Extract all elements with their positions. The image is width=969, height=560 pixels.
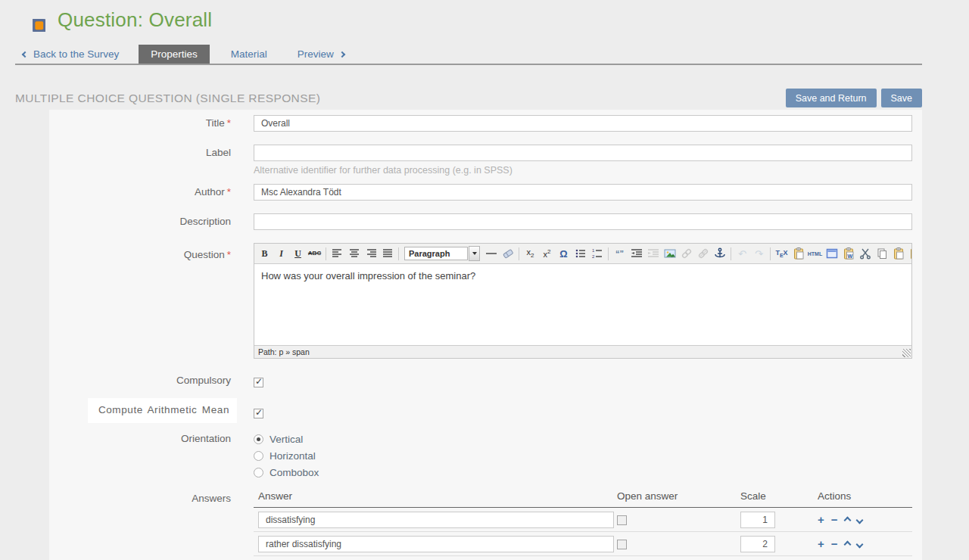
align-center-icon[interactable] [346, 247, 362, 261]
editor-resize-grip-icon[interactable] [902, 349, 911, 357]
description-label: Description [49, 213, 254, 230]
rich-text-editor: BIUABCParagraphx2x2Ω12“”↶↷TEXHTMLWT How … [254, 243, 912, 359]
unlink-icon[interactable] [695, 247, 711, 261]
align-justify-icon[interactable] [379, 247, 395, 261]
title-row: Title* [49, 115, 922, 132]
question-editor-content[interactable]: How was your overall impression of the s… [254, 264, 911, 345]
description-input[interactable] [254, 213, 912, 230]
italic-icon[interactable]: I [273, 247, 289, 261]
title-input[interactable] [254, 115, 912, 132]
description-row: Description [49, 213, 922, 230]
copy-icon[interactable] [874, 247, 890, 261]
bold-icon[interactable]: B [257, 247, 273, 261]
app-header: Question: Overall [21, 8, 212, 32]
code-clipboard-icon[interactable] [790, 247, 806, 261]
subscript-icon[interactable]: x2 [522, 247, 538, 261]
align-left-icon[interactable] [329, 247, 345, 261]
editor-path-bar: Path: p » span [254, 345, 911, 358]
column-header-scale: Scale [740, 490, 818, 502]
toolbar-separator [326, 247, 326, 260]
move-down-icon[interactable] [855, 516, 863, 524]
horizontal-radio[interactable] [254, 451, 263, 461]
tab-material[interactable]: Material [219, 45, 279, 64]
app-logo-pie-icon [21, 8, 45, 32]
scale-input[interactable] [740, 512, 775, 528]
paste-icon[interactable] [890, 247, 906, 261]
section-header: MULTIPLE CHOICE QUESTION (SINGLE RESPONS… [15, 89, 922, 107]
answer-text-input[interactable] [258, 512, 614, 528]
column-header-answer: Answer [254, 490, 617, 502]
vertical-radio-label: Vertical [270, 434, 303, 445]
remove-format-icon[interactable] [500, 247, 516, 261]
scale-input[interactable] [740, 536, 775, 552]
author-label: Author* [49, 184, 254, 201]
move-up-icon[interactable] [843, 540, 851, 548]
vertical-radio[interactable] [254, 434, 263, 444]
superscript-icon[interactable]: x2 [539, 247, 555, 261]
move-down-icon[interactable] [855, 540, 863, 548]
horizontal-radio-label: Horizontal [270, 450, 316, 462]
question-form-panel: Title* Label Alternative identifier for … [49, 110, 922, 560]
tex-icon[interactable]: TEX [774, 247, 790, 261]
compute-mean-row: Compute Arithmetic Mean [49, 398, 922, 423]
special-characters-icon[interactable]: Ω [556, 247, 572, 261]
section-heading: MULTIPLE CHOICE QUESTION (SINGLE RESPONS… [15, 89, 320, 105]
back-to-survey-link[interactable]: Back to the Survey [23, 45, 119, 64]
tab-bar: Back to the Survey Properties Material P… [15, 45, 922, 65]
indent-icon[interactable] [645, 247, 661, 261]
tab-properties[interactable]: Properties [139, 45, 210, 64]
insert-image-icon[interactable] [662, 247, 678, 261]
paste-as-text-icon[interactable]: T [907, 247, 911, 261]
move-up-icon[interactable] [843, 516, 851, 524]
orientation-option-horizontal: Horizontal [254, 447, 912, 464]
align-right-icon[interactable] [363, 247, 379, 261]
combobox-radio[interactable] [254, 468, 263, 478]
save-button[interactable]: Save [881, 89, 923, 107]
preview-link-label: Preview [298, 48, 334, 60]
toolbar-separator [398, 247, 399, 260]
title-label: Title* [49, 115, 254, 132]
html-source-icon[interactable]: HTML [807, 247, 823, 261]
redo-icon[interactable]: ↷ [751, 247, 767, 261]
save-and-return-button[interactable]: Save and Return [786, 89, 877, 107]
paragraph-format-select[interactable]: Paragraph [404, 246, 480, 261]
orientation-label: Orientation [49, 431, 254, 481]
numbered-list-icon[interactable]: 12 [589, 247, 605, 261]
fullscreen-icon[interactable] [824, 247, 840, 261]
compulsory-row: Compulsory [49, 372, 922, 389]
tab-preview[interactable]: Preview [298, 45, 344, 64]
toolbar-separator [608, 247, 609, 260]
remove-answer-icon[interactable]: − [831, 514, 838, 525]
strikethrough-icon[interactable]: ABC [307, 247, 322, 261]
hr-icon[interactable] [483, 247, 499, 261]
cut-icon[interactable] [857, 247, 873, 261]
paragraph-dropdown-caret-icon[interactable] [469, 246, 480, 261]
link-icon[interactable] [678, 247, 694, 261]
open-answer-checkbox[interactable] [617, 540, 627, 549]
toolbar-separator [770, 247, 771, 260]
required-asterisk: * [227, 117, 231, 129]
compute-mean-checkbox[interactable] [254, 409, 263, 418]
label-input[interactable] [254, 145, 912, 161]
required-asterisk: * [227, 249, 231, 260]
answer-text-input[interactable] [258, 536, 614, 552]
question-row: Question* BIUABCParagraphx2x2Ω12“”↶↷TEXH… [49, 243, 922, 359]
page: Question: Overall Back to the Survey Pro… [0, 0, 969, 560]
add-answer-icon[interactable]: + [818, 538, 824, 549]
undo-icon[interactable]: ↶ [734, 247, 750, 261]
combobox-radio-label: Combobox [270, 467, 319, 478]
add-answer-icon[interactable]: + [818, 514, 824, 525]
author-input[interactable] [254, 184, 912, 201]
compulsory-checkbox[interactable] [254, 378, 263, 387]
anchor-icon[interactable] [712, 247, 728, 261]
paste-from-word-icon[interactable]: W [840, 247, 856, 261]
answer-row: + − [254, 532, 912, 556]
page-title: Question: Overall [58, 8, 212, 32]
blockquote-icon[interactable]: “” [612, 247, 628, 261]
remove-answer-icon[interactable]: − [831, 538, 838, 549]
svg-text:W: W [847, 254, 852, 259]
underline-icon[interactable]: U [290, 247, 306, 261]
outdent-icon[interactable] [628, 247, 644, 261]
bullet-list-icon[interactable] [572, 247, 588, 261]
open-answer-checkbox[interactable] [617, 515, 627, 525]
